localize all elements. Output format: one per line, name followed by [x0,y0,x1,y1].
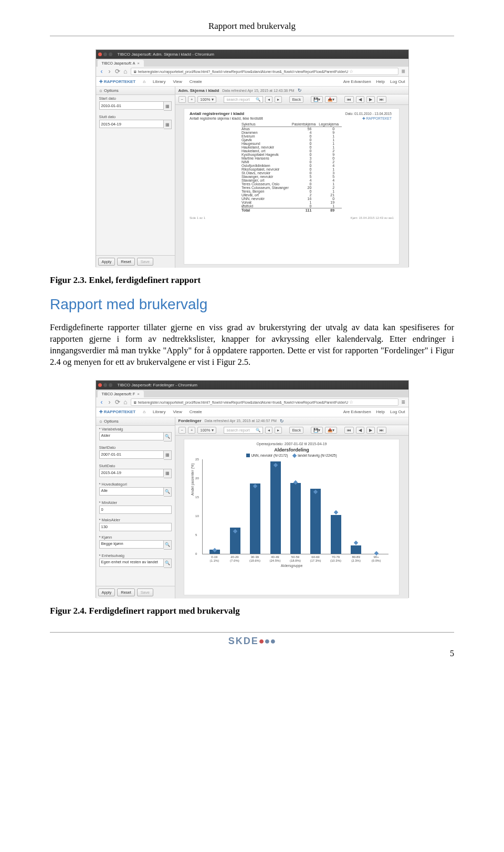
export-button[interactable]: 📤▾ [325,96,337,103]
zoom-level[interactable]: 100% ▾ [197,96,216,103]
calendar-icon[interactable]: ▦ [164,469,172,478]
forward-icon[interactable]: › [107,398,112,406]
calendar-icon[interactable]: ▦ [164,120,172,129]
forward-icon[interactable]: › [107,68,112,75]
y-tick: 25 [195,458,199,461]
apply-button[interactable]: Apply [98,588,116,596]
search-icon[interactable]: 🔍 [164,487,172,497]
close-icon[interactable] [98,52,102,56]
sidebar-select[interactable]: Alder [99,432,164,440]
diamond-marker [354,541,358,545]
minimize-icon[interactable] [103,383,107,387]
home-button[interactable]: ⌂ [143,79,145,84]
export-button[interactable]: 📤▾ [325,427,337,434]
window-controls[interactable] [98,383,112,387]
zoom-out-button[interactable]: − [178,427,186,434]
menu-library[interactable]: Library [153,409,165,414]
back-icon[interactable]: ‹ [99,68,104,75]
minimize-icon[interactable] [103,52,107,56]
menu-logout[interactable]: Log Out [390,409,405,414]
browser-tab[interactable]: TIBCO Jaspersoft: F × [98,391,144,397]
report-search-input[interactable]: search report🔍 [224,427,263,434]
bookmark-star-icon[interactable]: ☆ [349,399,353,405]
browser-menu-icon[interactable]: ≡ [401,68,405,75]
refresh-icon[interactable]: ↻ [298,88,302,93]
zoom-in-button[interactable]: + [188,96,195,103]
menu-view[interactable]: View [173,409,182,414]
search-icon[interactable]: 🔍 [164,559,172,568]
first-page-button[interactable]: ⏮ [344,427,354,434]
table-row: Haugesund01 [242,142,342,145]
date-range-label: Dato: 01.01.2010 - 13.04.2015 [345,112,392,115]
close-tab-icon[interactable]: × [137,392,140,396]
sidebar-select[interactable]: Alle [99,487,164,496]
reset-button[interactable]: Reset [117,588,135,596]
maximize-icon[interactable] [109,52,112,56]
reload-icon[interactable]: ⟳ [115,68,120,75]
user-name[interactable]: Are Edvardsen [343,79,371,84]
zoom-level[interactable]: 100% ▾ [197,427,216,434]
home-button[interactable]: ⌂ [143,409,145,414]
save-button[interactable]: Save [137,258,153,266]
browser-menu-icon[interactable]: ≡ [401,398,405,406]
close-tab-icon[interactable]: × [137,61,140,66]
prev-match-button[interactable]: ◂ [265,96,272,103]
reset-button[interactable]: Reset [117,258,135,266]
reload-icon[interactable]: ⟳ [115,398,120,406]
prev-page-button[interactable]: ◀ [356,427,364,434]
last-page-button[interactable]: ⏭ [377,96,386,103]
back-icon[interactable]: ‹ [99,398,104,406]
last-page-button[interactable]: ⏭ [377,427,386,434]
menu-library[interactable]: Library [153,79,165,84]
prev-match-button[interactable]: ◂ [265,427,272,434]
search-icon[interactable]: 🔍 [256,97,260,102]
refresh-icon[interactable]: ↻ [280,418,284,424]
url-input[interactable]: 🗎 helseregister.no/rapporteket_prod/flow… [131,68,399,75]
menu-create[interactable]: Create [190,409,202,414]
sidebar-select[interactable]: Begge kjønn [99,540,164,549]
y-tick: 0 [195,552,197,555]
save-report-button[interactable]: 💾▾ [311,427,323,434]
back-button[interactable]: Back [289,427,303,434]
report-search-input[interactable]: search report🔍 [224,96,263,103]
zoom-in-button[interactable]: + [188,427,195,434]
home-icon[interactable]: ⌂ [123,68,128,75]
menu-create[interactable]: Create [190,79,202,84]
prev-page-button[interactable]: ◀ [356,96,364,103]
sidebar-input[interactable] [99,450,164,459]
start-date-input[interactable] [99,101,164,110]
menu-help[interactable]: Help [376,79,385,84]
next-page-button[interactable]: ▶ [366,96,375,103]
apply-button[interactable]: Apply [98,258,116,266]
sidebar-input[interactable] [99,469,164,477]
calendar-icon[interactable]: ▦ [164,101,172,111]
window-controls[interactable] [98,52,112,56]
search-icon[interactable]: 🔍 [164,432,172,441]
calendar-icon[interactable]: ▦ [164,450,172,460]
save-button[interactable]: Save [137,588,153,596]
end-date-input[interactable] [99,120,164,128]
search-icon[interactable]: 🔍 [164,540,172,550]
next-page-button[interactable]: ▶ [366,427,375,434]
next-match-button[interactable]: ▸ [275,96,282,103]
menu-view[interactable]: View [173,79,182,84]
menu-logout[interactable]: Log Out [390,79,405,84]
bookmark-star-icon[interactable]: ☆ [349,69,353,74]
maximize-icon[interactable] [109,383,112,387]
browser-tab[interactable]: TIBCO Jaspersoft: A × [98,60,144,67]
first-page-button[interactable]: ⏮ [344,96,354,103]
user-name[interactable]: Are Edvardsen [343,409,371,414]
next-match-button[interactable]: ▸ [275,427,282,434]
zoom-out-button[interactable]: − [178,96,186,103]
menu-help[interactable]: Help [376,409,385,414]
table-header: Legeskjema [319,122,342,127]
home-icon[interactable]: ⌂ [123,398,128,406]
back-button[interactable]: Back [289,96,303,103]
save-report-button[interactable]: 💾▾ [311,96,323,103]
sidebar-input[interactable] [99,506,172,514]
sidebar-input[interactable] [99,523,172,531]
url-input[interactable]: 🗎 helseregister.no/rapporteket_prod/flow… [131,398,399,406]
search-icon[interactable]: 🔍 [256,428,260,433]
close-icon[interactable] [98,383,102,387]
sidebar-select[interactable]: Egen enhet mot resten av landet [99,559,164,567]
